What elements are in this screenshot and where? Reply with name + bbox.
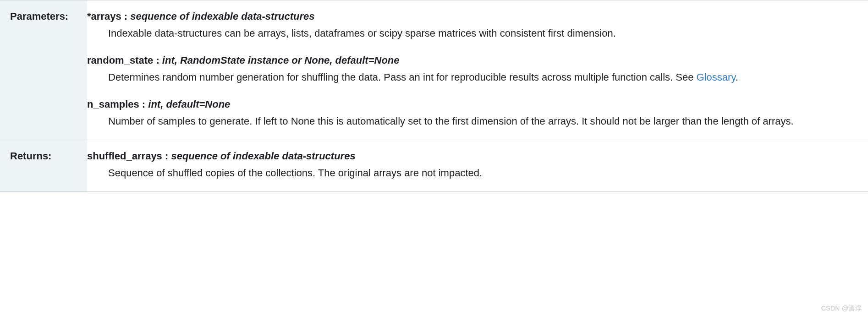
param-type: sequence of indexable data-structures xyxy=(171,150,355,162)
param-n-samples-desc: Number of samples to generate. If left t… xyxy=(87,114,854,129)
desc-text: Indexable data-structures can be arrays,… xyxy=(108,27,616,39)
param-sep: : xyxy=(162,150,171,162)
param-random-state: random_state : int, RandomState instance… xyxy=(87,53,854,85)
returns-label: Returns: xyxy=(0,140,87,192)
param-type: int, default=None xyxy=(148,98,230,110)
param-arrays-header: *arrays : sequence of indexable data-str… xyxy=(87,9,854,24)
return-shuffled-arrays-desc: Sequence of shuffled copies of the colle… xyxy=(87,165,854,180)
parameters-content: *arrays : sequence of indexable data-str… xyxy=(87,0,868,140)
param-n-samples: n_samples : int, default=None Number of … xyxy=(87,97,854,129)
param-sep: : xyxy=(153,54,162,66)
param-type: int, RandomState instance or None, defau… xyxy=(162,54,400,66)
param-sep: : xyxy=(139,98,148,110)
param-arrays: *arrays : sequence of indexable data-str… xyxy=(87,9,854,41)
desc-text: Number of samples to generate. If left t… xyxy=(108,115,794,127)
param-sep: : xyxy=(121,11,131,22)
desc-text-after: . xyxy=(736,71,738,83)
field-list-table: Parameters: *arrays : sequence of indexa… xyxy=(0,0,868,192)
param-name: random_state xyxy=(87,54,153,66)
return-shuffled-arrays: shuffled_arrays : sequence of indexable … xyxy=(87,148,854,180)
param-name: *arrays xyxy=(87,11,121,22)
returns-row: Returns: shuffled_arrays : sequence of i… xyxy=(0,140,868,192)
returns-content: shuffled_arrays : sequence of indexable … xyxy=(87,140,868,192)
param-random-state-desc: Determines random number generation for … xyxy=(87,70,854,85)
param-arrays-desc: Indexable data-structures can be arrays,… xyxy=(87,26,854,41)
parameters-row: Parameters: *arrays : sequence of indexa… xyxy=(0,0,868,140)
param-name: n_samples xyxy=(87,98,139,110)
return-shuffled-arrays-header: shuffled_arrays : sequence of indexable … xyxy=(87,148,854,163)
param-type: sequence of indexable data-structures xyxy=(130,11,314,22)
param-name: shuffled_arrays xyxy=(87,150,162,162)
desc-text: Sequence of shuffled copies of the colle… xyxy=(108,167,482,179)
param-n-samples-header: n_samples : int, default=None xyxy=(87,97,854,112)
glossary-link[interactable]: Glossary xyxy=(697,71,736,83)
parameters-label: Parameters: xyxy=(0,0,87,140)
desc-text-before: Determines random number generation for … xyxy=(108,71,697,83)
param-random-state-header: random_state : int, RandomState instance… xyxy=(87,53,854,68)
